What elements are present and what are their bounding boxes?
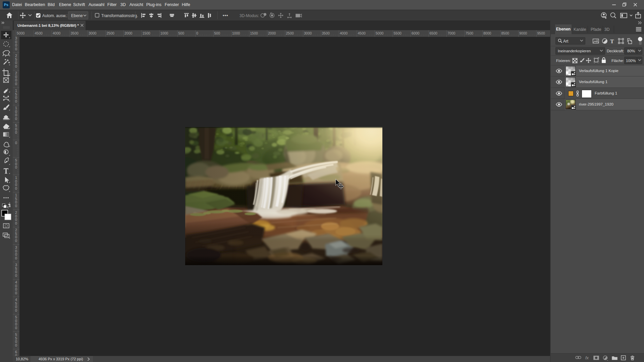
svg-text:3000: 3000 [89,31,97,35]
svg-text:2500: 2500 [286,31,294,35]
svg-text:3000: 3000 [304,31,312,35]
svg-text:0: 0 [15,186,17,190]
svg-text:0: 0 [15,130,17,134]
svg-text:6500: 6500 [430,31,438,35]
svg-text:500: 500 [178,31,184,35]
svg-text:7500: 7500 [466,31,474,35]
svg-text:0: 0 [15,326,17,330]
svg-text:6000: 6000 [412,31,420,35]
svg-text:2000: 2000 [268,31,276,35]
svg-text:0: 0 [196,31,198,35]
svg-text:3500: 3500 [71,31,79,35]
svg-text:0: 0 [15,99,17,103]
svg-text:0: 0 [15,354,17,356]
svg-text:4000: 4000 [340,31,348,35]
svg-text:0: 0 [15,256,17,260]
svg-text:500: 500 [214,31,220,35]
svg-text:0: 0 [15,274,17,278]
svg-text:0: 0 [15,165,17,169]
svg-text:4000: 4000 [53,31,61,35]
svg-text:0: 0 [15,64,17,68]
svg-text:2500: 2500 [107,31,115,35]
svg-text:0: 0 [15,239,17,243]
svg-text:4500: 4500 [35,31,43,35]
svg-text:1500: 1500 [250,31,258,35]
svg-text:9500: 9500 [537,31,545,35]
svg-text:0: 0 [15,117,17,121]
svg-text:3500: 3500 [322,31,330,35]
svg-text:0: 0 [15,82,17,86]
svg-text:fx: fx [585,355,589,360]
svg-text:9000: 9000 [519,31,527,35]
svg-text:1000: 1000 [232,31,240,35]
svg-text:5000: 5000 [376,31,384,35]
svg-text:8500: 8500 [501,31,509,35]
svg-text:7000: 7000 [447,31,455,35]
svg-text:0: 0 [15,291,17,295]
svg-text:1000: 1000 [160,31,168,35]
svg-text:0: 0 [15,141,17,145]
svg-text:0: 0 [15,47,17,51]
svg-text:1500: 1500 [143,31,151,35]
svg-text:0: 0 [15,308,17,312]
svg-text:5000: 5000 [17,31,25,35]
svg-text:T: T [610,38,614,45]
svg-text:0: 0 [15,221,17,225]
svg-text:8000: 8000 [483,31,491,35]
svg-text:2000: 2000 [124,31,132,35]
svg-text:5500: 5500 [394,31,402,35]
svg-text:0: 0 [15,343,17,347]
svg-text:4500: 4500 [358,31,366,35]
svg-text:0: 0 [15,204,17,208]
